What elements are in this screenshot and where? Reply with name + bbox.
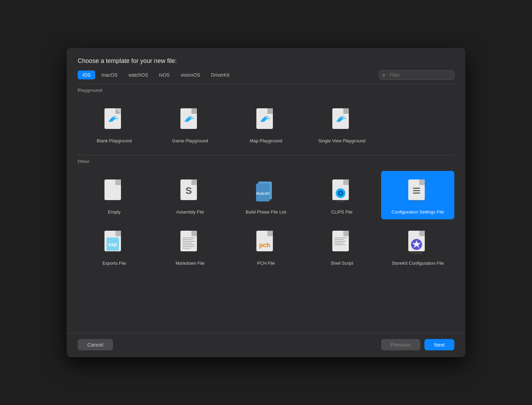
tab-visionos[interactable]: visionOS (176, 70, 205, 79)
platform-tab-bar: iOS macOS watchOS tvOS visionOS DriverKi… (67, 70, 465, 84)
markdown-file-label: Markdown File (176, 261, 205, 266)
template-content-area: Playground Blank Playground (67, 84, 465, 333)
svg-text:pch: pch (259, 242, 270, 249)
tab-driverkit[interactable]: DriverKit (206, 70, 234, 79)
svg-rect-51 (334, 243, 343, 243)
dialog-title: Choose a template for your new file: (67, 48, 465, 70)
template-chooser-dialog: Choose a template for your new file: iOS… (67, 48, 465, 357)
next-button[interactable]: Next (424, 339, 454, 350)
svg-text:exp: exp (109, 242, 117, 247)
template-assembly-file[interactable]: S Assembly File (154, 171, 227, 219)
svg-rect-50 (334, 241, 346, 242)
svg-rect-27 (413, 190, 420, 191)
svg-rect-39 (182, 243, 192, 243)
assembly-file-icon: S (178, 176, 202, 206)
tab-tvos[interactable]: tvOS (154, 70, 175, 79)
configuration-settings-file-label: Configuration Settings File (391, 209, 444, 215)
footer-right-buttons: Previous Next (381, 339, 454, 350)
svg-rect-41 (182, 246, 193, 247)
svg-text:STOREKIT: STOREKIT (410, 252, 423, 254)
blank-playground-icon (102, 105, 126, 135)
map-playground-icon (254, 105, 278, 135)
svg-rect-37 (182, 239, 193, 240)
svg-rect-36 (182, 238, 195, 238)
svg-text:FILELIST: FILELIST (256, 192, 269, 195)
template-game-playground[interactable]: Game Playground (154, 100, 227, 148)
pch-file-icon: pch (254, 228, 278, 257)
blank-playground-label: Blank Playground (97, 138, 132, 144)
map-playground-label: Map Playground (250, 138, 282, 144)
svg-marker-44 (267, 231, 273, 236)
markdown-file-icon (178, 228, 202, 257)
svg-marker-19 (343, 179, 349, 185)
svg-marker-9 (343, 108, 349, 114)
single-view-playground-label: Single View Playground (318, 138, 365, 144)
other-section-label: Other (69, 155, 463, 167)
svg-rect-49 (334, 239, 344, 240)
storekit-configuration-file-label: StoreKit Configuration File (392, 261, 444, 266)
svg-rect-42 (182, 248, 191, 249)
svg-marker-54 (419, 231, 425, 236)
svg-point-22 (340, 192, 342, 194)
svg-rect-28 (413, 193, 420, 194)
template-configuration-settings-file[interactable]: CONFIG Configuration Settings File (381, 171, 454, 219)
other-grid: Empty S Assembly File (69, 167, 463, 277)
svg-text:CONFIG: CONFIG (411, 200, 422, 203)
svg-marker-11 (115, 179, 121, 185)
svg-marker-47 (343, 231, 349, 236)
build-phase-file-list-label: Build Phase File List (246, 209, 286, 215)
template-empty[interactable]: Empty (78, 171, 151, 219)
clips-file-label: CLIPS File (331, 209, 353, 215)
svg-marker-13 (191, 179, 197, 185)
shell-script-icon (330, 228, 354, 257)
playground-section-label: Playground (69, 84, 463, 96)
empty-label: Empty (108, 209, 121, 215)
svg-rect-38 (182, 241, 195, 242)
template-single-view-playground[interactable]: Single View Playground (305, 100, 378, 148)
filter-wrapper: ⊜ (379, 70, 454, 80)
tab-watchos[interactable]: watchOS (124, 70, 153, 79)
exports-file-icon: exp (102, 228, 126, 257)
dialog-footer: Cancel Previous Next (67, 333, 465, 357)
svg-text:CLIPS: CLIPS (336, 200, 344, 203)
svg-marker-31 (115, 231, 121, 236)
template-build-phase-file-list[interactable]: FILELIST Build Phase File List (230, 171, 303, 219)
game-playground-label: Game Playground (172, 138, 208, 144)
svg-marker-5 (191, 108, 197, 114)
template-storekit-configuration-file[interactable]: STOREKIT StoreKit Configuration File (381, 222, 454, 271)
storekit-configuration-file-icon: STOREKIT (406, 228, 430, 257)
template-shell-script[interactable]: Shell Script (305, 222, 378, 271)
filter-icon: ⊜ (382, 73, 386, 78)
svg-rect-52 (334, 244, 345, 245)
template-blank-playground[interactable]: Blank Playground (78, 100, 151, 148)
playground-grid: Blank Playground Game Playground (69, 96, 463, 155)
svg-rect-26 (413, 188, 420, 189)
template-map-playground[interactable]: Map Playground (230, 100, 303, 148)
clips-file-icon: CLIPS (330, 176, 354, 206)
template-exports-file[interactable]: exp Exports File (78, 222, 151, 271)
svg-marker-7 (267, 108, 273, 114)
pch-file-label: PCH File (257, 261, 275, 266)
svg-text:S: S (186, 185, 192, 196)
empty-icon (102, 176, 126, 206)
tab-macos[interactable]: macOS (97, 70, 122, 79)
template-clips-file[interactable]: CLIPS CLIPS File (305, 171, 378, 219)
configuration-settings-file-icon: CONFIG (406, 176, 430, 206)
exports-file-label: Exports File (102, 261, 126, 266)
svg-rect-40 (182, 244, 195, 245)
tab-ios[interactable]: iOS (78, 70, 95, 79)
svg-rect-48 (334, 238, 347, 238)
previous-button[interactable]: Previous (381, 339, 420, 350)
svg-marker-25 (419, 179, 425, 185)
assembly-file-label: Assembly File (176, 209, 204, 215)
svg-marker-35 (191, 231, 197, 236)
template-markdown-file[interactable]: Markdown File (154, 222, 227, 271)
filter-input[interactable] (379, 70, 454, 80)
build-phase-file-list-icon: FILELIST (254, 176, 278, 206)
filter-area: ⊜ (379, 70, 454, 80)
template-pch-file[interactable]: pch PCH File (230, 222, 303, 271)
cancel-button[interactable]: Cancel (78, 339, 113, 350)
game-playground-icon (178, 105, 202, 135)
single-view-playground-icon (330, 105, 354, 135)
shell-script-label: Shell Script (331, 261, 353, 266)
